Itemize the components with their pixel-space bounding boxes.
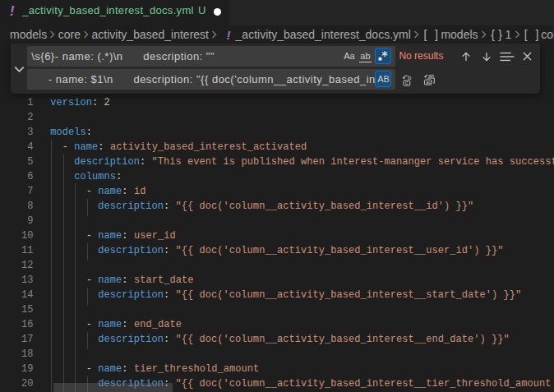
svg-text:c: c	[405, 80, 409, 85]
svg-text:b: b	[409, 74, 412, 81]
svg-text:ac: ac	[426, 79, 432, 85]
svg-text:ab: ab	[428, 73, 434, 78]
